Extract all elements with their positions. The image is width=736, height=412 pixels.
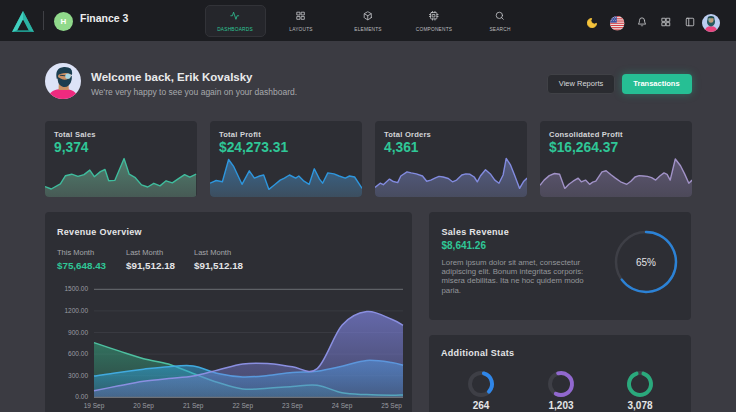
svg-text:65%: 65% — [636, 257, 656, 268]
